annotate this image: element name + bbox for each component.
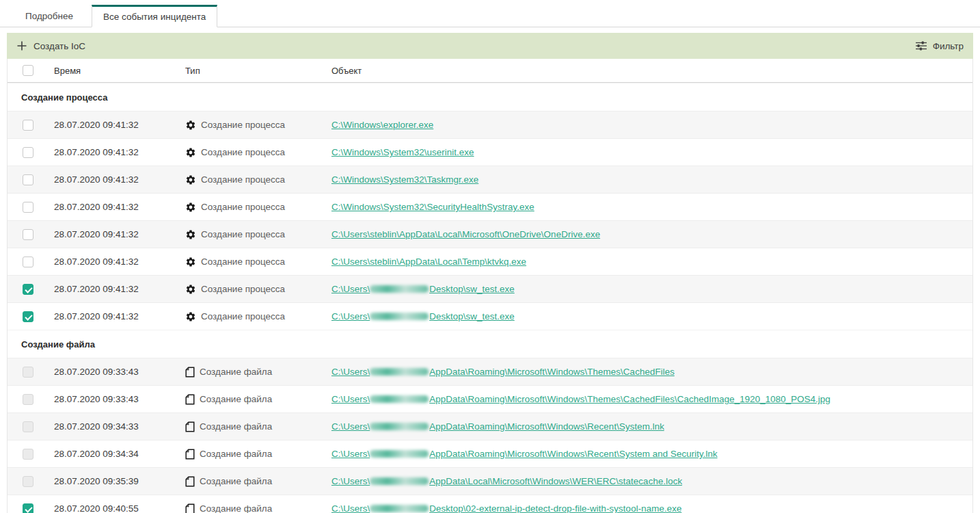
object-link[interactable]: C:\Users\AppData\Roaming\Microsoft\Windo… — [331, 449, 718, 459]
event-type-label: Создание файла — [200, 394, 272, 404]
row-checkbox[interactable] — [23, 174, 33, 185]
tab-details[interactable]: Подробнее — [14, 4, 85, 27]
event-type-label: Создание файла — [200, 476, 272, 486]
gear-icon — [185, 256, 196, 267]
event-time: 28.07.2020 09:41:32 — [54, 311, 185, 321]
event-type: Создание процесса — [185, 256, 331, 267]
object-link[interactable]: C:\Users\AppData\Local\Microsoft\Windows… — [331, 476, 682, 486]
event-type: Создание файла — [185, 394, 331, 405]
table-row: 28.07.2020 09:41:32Создание процессаC:\U… — [8, 275, 972, 302]
select-all-checkbox[interactable] — [23, 65, 33, 76]
table-row: 28.07.2020 09:34:33Создание файлаC:\User… — [8, 412, 972, 440]
redacted-username — [370, 313, 428, 320]
event-time: 28.07.2020 09:41:32 — [54, 202, 185, 212]
event-type: Создание файла — [185, 503, 331, 513]
gear-icon — [185, 202, 196, 213]
gear-icon — [185, 120, 196, 131]
event-time: 28.07.2020 09:41:32 — [54, 256, 185, 267]
event-time: 28.07.2020 09:40:55 — [54, 503, 185, 513]
event-object-cell: C:\Windows\explorer.exe — [331, 120, 972, 130]
object-link[interactable]: C:\Users\Desktop\02-external-ip-detect-d… — [331, 503, 681, 513]
row-checkbox[interactable] — [23, 284, 33, 295]
redacted-username — [370, 285, 428, 293]
event-time: 28.07.2020 09:41:32 — [54, 229, 185, 239]
event-time: 28.07.2020 09:33:43 — [54, 367, 185, 377]
object-link[interactable]: C:\Users\Desktop\sw_test.exe — [331, 311, 515, 321]
row-checkbox[interactable] — [23, 202, 33, 213]
event-time: 28.07.2020 09:41:32 — [54, 174, 185, 185]
event-type: Создание процесса — [185, 120, 331, 131]
event-object-cell: C:\Windows\System32\Taskmgr.exe — [331, 174, 972, 185]
object-link[interactable]: C:\Users\steblin\AppData\Local\Microsoft… — [331, 229, 600, 239]
table-row: 28.07.2020 09:40:55Создание файлаC:\User… — [8, 495, 972, 513]
toolbar: Создать IoC Фильтр — [7, 33, 973, 59]
table-row: 28.07.2020 09:35:39Создание файлаC:\User… — [8, 467, 972, 495]
event-time: 28.07.2020 09:33:43 — [54, 394, 185, 404]
gear-icon — [185, 229, 196, 240]
row-checkbox — [23, 394, 33, 405]
event-type-label: Создание процесса — [201, 256, 285, 267]
row-checkbox — [23, 449, 33, 460]
object-link[interactable]: C:\Users\AppData\Roaming\Microsoft\Windo… — [331, 421, 664, 432]
redacted-username — [370, 368, 428, 376]
event-object-cell: C:\Users\AppData\Roaming\Microsoft\Windo… — [331, 367, 972, 377]
event-type: Создание процесса — [185, 147, 331, 158]
table-row: 28.07.2020 09:41:32Создание процессаC:\U… — [8, 248, 972, 275]
table-row: 28.07.2020 09:41:32Создание процессаC:\U… — [8, 220, 972, 248]
event-type-label: Создание процесса — [201, 284, 285, 294]
event-type: Создание процесса — [185, 202, 331, 213]
object-link[interactable]: C:\Users\Desktop\sw_test.exe — [331, 284, 515, 294]
redacted-username — [370, 477, 428, 485]
event-time: 28.07.2020 09:34:34 — [54, 449, 185, 459]
event-object-cell: C:\Windows\System32\SecurityHealthSystra… — [331, 202, 972, 212]
object-link[interactable]: C:\Windows\System32\Taskmgr.exe — [331, 174, 478, 185]
table-row: 28.07.2020 09:41:32Создание процессаC:\W… — [8, 138, 972, 166]
gear-icon — [185, 147, 196, 158]
create-ioc-button[interactable]: Создать IoC — [16, 40, 85, 51]
object-link[interactable]: C:\Windows\explorer.exe — [331, 120, 433, 130]
redacted-username — [370, 395, 428, 403]
row-checkbox[interactable] — [23, 229, 33, 240]
event-type-label: Создание процесса — [201, 311, 285, 321]
row-checkbox[interactable] — [23, 120, 33, 131]
event-type: Создание процесса — [185, 311, 331, 322]
event-time: 28.07.2020 09:34:33 — [54, 421, 185, 432]
event-time: 28.07.2020 09:35:39 — [54, 476, 185, 486]
event-type-label: Создание файла — [200, 421, 272, 432]
event-object-cell: C:\Users\Desktop\02-external-ip-detect-d… — [331, 503, 972, 513]
filter-button[interactable]: Фильтр — [916, 41, 964, 51]
object-link[interactable]: C:\Windows\System32\userinit.exe — [331, 147, 474, 157]
row-checkbox[interactable] — [23, 256, 33, 267]
gear-icon — [185, 174, 196, 185]
event-type-label: Создание файла — [200, 367, 272, 377]
row-checkbox[interactable] — [23, 311, 33, 322]
object-link[interactable]: C:\Windows\System32\SecurityHealthSystra… — [331, 202, 534, 212]
object-link[interactable]: C:\Users\AppData\Roaming\Microsoft\Windo… — [331, 394, 830, 404]
event-type-label: Создание процесса — [201, 174, 285, 185]
object-link[interactable]: C:\Users\steblin\AppData\Local\Temp\ktvk… — [331, 256, 526, 267]
event-object-cell: C:\Users\AppData\Roaming\Microsoft\Windo… — [331, 394, 972, 404]
column-header-time: Время — [54, 66, 185, 76]
event-object-cell: C:\Windows\System32\userinit.exe — [331, 147, 972, 157]
row-checkbox — [23, 421, 33, 432]
event-object-cell: C:\Users\AppData\Local\Microsoft\Windows… — [331, 476, 972, 486]
tab-all-incident-events[interactable]: Все события инцидента — [92, 5, 217, 27]
file-icon — [185, 503, 195, 513]
event-type-label: Создание файла — [200, 449, 272, 459]
table-row: 28.07.2020 09:41:32Создание процессаC:\U… — [8, 302, 972, 330]
file-icon — [185, 476, 195, 487]
row-checkbox[interactable] — [23, 147, 33, 158]
redacted-username — [370, 450, 428, 458]
table-header-row: Время Тип Объект — [8, 59, 972, 83]
file-icon — [185, 449, 195, 460]
file-icon — [185, 421, 195, 432]
event-time: 28.07.2020 09:41:32 — [54, 284, 185, 294]
event-type: Создание процесса — [185, 229, 331, 240]
gear-icon — [185, 284, 196, 295]
object-link[interactable]: C:\Users\AppData\Roaming\Microsoft\Windo… — [331, 367, 675, 377]
event-type-label: Создание процесса — [201, 229, 285, 239]
redacted-username — [370, 423, 428, 430]
event-type-label: Создание процесса — [201, 147, 285, 157]
row-checkbox[interactable] — [23, 503, 33, 513]
event-type: Создание файла — [185, 476, 331, 487]
